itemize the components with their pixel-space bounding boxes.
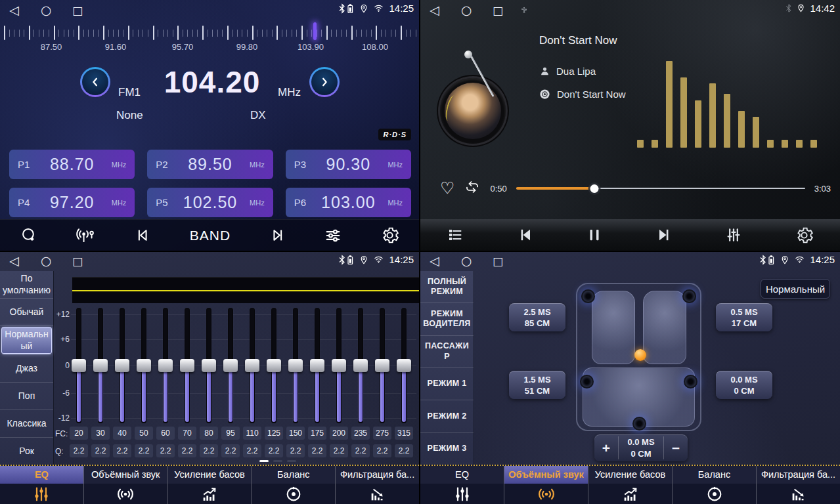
frequency-scale[interactable] [4, 24, 418, 42]
q-value[interactable]: 2.2 [243, 444, 261, 457]
mode-item[interactable]: РЕЖИМ 2 [420, 400, 474, 432]
recents-icon[interactable]: □ [72, 4, 83, 17]
fc-value[interactable]: 20 [70, 427, 88, 440]
fc-value[interactable]: 40 [113, 427, 131, 440]
tab-eq[interactable]: EQ [0, 466, 84, 504]
tab-filter[interactable]: Фильтрация ба... [336, 466, 419, 504]
slider-thumb[interactable] [245, 359, 259, 372]
front-left-delay-button[interactable]: 2.5 MS 85 CM [509, 303, 565, 331]
rear-left-speaker-icon[interactable] [580, 375, 594, 388]
eq-band-slider-110hz[interactable] [245, 308, 259, 423]
fc-value[interactable]: 150 [286, 427, 305, 440]
settings-button[interactable] [795, 226, 814, 245]
fc-value[interactable]: 125 [265, 427, 283, 440]
preset-button-p4[interactable]: P497.20MHz [9, 188, 135, 217]
q-value[interactable]: 2.2 [286, 444, 305, 457]
tab-filter[interactable]: Фильтрация ба... [757, 466, 840, 504]
recents-icon[interactable]: □ [493, 255, 503, 268]
slider-thumb[interactable] [180, 359, 194, 372]
rear-right-speaker-icon[interactable] [684, 375, 697, 388]
q-value[interactable]: 2.2 [200, 444, 218, 457]
q-value[interactable]: 2.2 [91, 444, 110, 457]
tab-surround[interactable]: Объёмный звук [84, 466, 168, 504]
listening-position-marker[interactable] [634, 349, 646, 361]
profile-button[interactable]: Нормальный [761, 279, 830, 299]
fc-value[interactable]: 110 [243, 427, 261, 440]
preset-button-p1[interactable]: P188.70MHz [9, 150, 135, 179]
fc-value[interactable]: 80 [200, 427, 218, 440]
back-icon[interactable]: ◁ [9, 254, 19, 267]
preset-button-p5[interactable]: P5102.50MHz [147, 188, 273, 217]
audio-settings-button[interactable] [324, 226, 342, 245]
q-value[interactable]: 2.2 [351, 444, 370, 457]
tab-balance[interactable]: Баланс [252, 466, 336, 504]
eq-preset-item[interactable]: Нормальный [1, 327, 52, 354]
slider-thumb[interactable] [267, 359, 281, 372]
preset-button-p6[interactable]: P6103.00MHz [286, 188, 411, 217]
broadcast-button[interactable] [76, 226, 97, 245]
next-track-button[interactable] [655, 226, 673, 244]
album-art[interactable] [438, 76, 508, 146]
q-value[interactable]: 2.2 [156, 444, 175, 457]
eq-preset-item[interactable]: Джаз [0, 355, 53, 383]
home-icon[interactable]: ○ [461, 254, 472, 267]
eq-band-slider-30hz[interactable] [93, 308, 108, 423]
home-icon[interactable]: ○ [41, 254, 52, 267]
eq-band-slider-150hz[interactable] [288, 308, 303, 423]
seek-up-button[interactable] [309, 67, 340, 97]
mode-item[interactable]: ПАССАЖИР [420, 336, 474, 368]
settings-button[interactable] [380, 226, 399, 245]
seek-down-button[interactable] [80, 67, 110, 97]
repeat-button[interactable] [464, 179, 481, 198]
preset-button-p2[interactable]: P289.50MHz [147, 150, 273, 179]
q-value[interactable]: 2.2 [113, 444, 131, 457]
q-value[interactable]: 2.2 [330, 444, 348, 457]
mode-item[interactable]: РЕЖИМ 1 [420, 368, 474, 400]
eq-band-slider-80hz[interactable] [202, 308, 216, 423]
eq-preset-item[interactable]: Классика [0, 410, 53, 438]
station-scan-button[interactable] [20, 226, 37, 244]
playlist-button[interactable] [447, 227, 464, 243]
page-dash[interactable] [259, 460, 269, 462]
eq-band-slider-235hz[interactable] [353, 308, 368, 423]
eq-band-slider-60hz[interactable] [158, 308, 173, 423]
slider-thumb[interactable] [93, 359, 108, 372]
eq-band-slider-315hz[interactable] [397, 308, 411, 423]
seek-thumb[interactable] [590, 184, 598, 193]
home-icon[interactable]: ○ [41, 3, 52, 16]
slider-thumb[interactable] [310, 359, 324, 372]
mode-item[interactable]: ПОЛНЫЙ РЕЖИМ [420, 271, 474, 303]
q-value[interactable]: 2.2 [265, 444, 283, 457]
slider-thumb[interactable] [115, 359, 129, 372]
slider-thumb[interactable] [397, 359, 411, 372]
eq-band-slider-20hz[interactable] [72, 308, 86, 423]
front-right-speaker-icon[interactable] [682, 289, 696, 303]
eq-band-slider-200hz[interactable] [332, 308, 346, 423]
slider-thumb[interactable] [223, 359, 238, 372]
eq-band-slider-275hz[interactable] [375, 308, 389, 423]
delay-decrease-button[interactable]: − [664, 440, 688, 456]
back-icon[interactable]: ◁ [9, 3, 19, 16]
slider-thumb[interactable] [288, 359, 303, 372]
seek-bar[interactable] [516, 184, 805, 193]
favorite-button[interactable]: ♡ [440, 180, 454, 196]
pause-button[interactable] [586, 226, 603, 244]
preset-prev-button[interactable] [134, 226, 152, 244]
fc-value[interactable]: 95 [221, 427, 240, 440]
eq-preset-item[interactable]: Поп [0, 383, 53, 410]
slider-thumb[interactable] [332, 359, 346, 372]
q-value[interactable]: 2.2 [135, 444, 153, 457]
page-dash[interactable] [287, 460, 296, 462]
front-right-delay-button[interactable]: 0.5 MS 17 CM [716, 303, 772, 331]
fc-value[interactable]: 175 [308, 427, 326, 440]
tab-surround[interactable]: Объёмный звук [504, 466, 588, 504]
slider-thumb[interactable] [375, 359, 389, 372]
recents-icon[interactable]: □ [493, 4, 503, 17]
q-value[interactable]: 2.2 [373, 444, 391, 457]
eq-band-slider-95hz[interactable] [223, 308, 238, 423]
q-value[interactable]: 2.2 [178, 444, 196, 457]
tab-bass-boost[interactable]: Усиление басов [168, 466, 252, 504]
mode-item[interactable]: РЕЖИМ 3 [420, 433, 474, 465]
fc-value[interactable]: 235 [351, 427, 370, 440]
slider-thumb[interactable] [158, 359, 173, 372]
